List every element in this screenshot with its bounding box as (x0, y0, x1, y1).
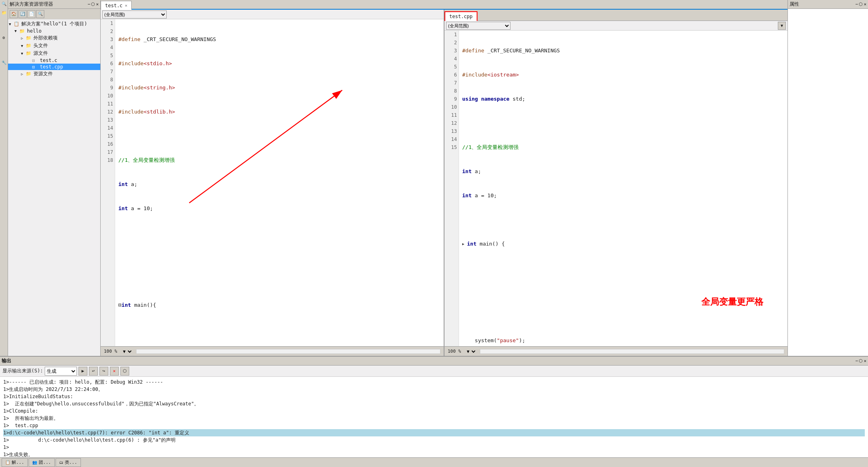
toolbar-btn-1[interactable]: 🏠 (10, 10, 18, 18)
folder-icon-res: 📁 (26, 71, 32, 76)
right-tab-bar: test.cpp (444, 10, 787, 21)
tab-testc[interactable]: test.c ✕ (101, 1, 132, 10)
code-line-3: #include<string.h> (118, 84, 440, 92)
bottom-section: 输出 − ⬡ ✕ 显示输出来源(S): 生成 ▶ ↩ ↪ ✕ ⬡ 1>-----… (0, 356, 868, 467)
output-pin-icon[interactable]: − (856, 358, 858, 364)
right-scrollbar-area[interactable] (480, 349, 784, 354)
project-icon: 📁 (19, 29, 26, 34)
output-content[interactable]: 1>------ 已启动生成: 项目: hello, 配置: Debug Win… (0, 377, 868, 457)
folder-icon-src: 📁 (26, 51, 32, 56)
code-line-2: #include<stdio.h> (118, 60, 440, 68)
right-unpin-icon[interactable]: ⬡ (859, 2, 863, 7)
left-line-numbers: 1 2 3 4 5 6 7 8 9 10 11 12 13 (101, 19, 115, 346)
right-panel: 属性 − ⬡ ✕ (787, 0, 868, 356)
r-code-line-13: system("pause"); (462, 337, 784, 345)
tree-item-sources[interactable]: ▼ 📁 源文件 (8, 50, 100, 57)
tree-item-testc[interactable]: ⊡ test.c (8, 57, 100, 64)
output-line-8: 1>d:\c-code\hello\hello\test.cpp(7): err… (3, 429, 865, 436)
bottom-tab-solution[interactable]: 📋 解... (2, 458, 28, 467)
r-code-line-4 (462, 119, 784, 127)
right-scope-select[interactable]: (全局范围) (446, 22, 510, 30)
pin-icon[interactable]: − (88, 2, 91, 7)
left-editor-pane: (全局范围) 1 2 3 4 5 6 7 8 9 (101, 10, 444, 356)
right-editor-footer: 100 % ▼ (444, 346, 787, 356)
tree-item-hello[interactable]: ▼ 📁 hello (8, 28, 100, 34)
output-unpin-icon[interactable]: ⬡ (859, 358, 863, 364)
right-dropdown-arrow[interactable]: ▼ (778, 22, 786, 30)
right-line-numbers: 1 2 3 4 5 6 7 8 9 10 11 12 13 (444, 31, 459, 346)
team-tab-label: 团... (39, 459, 51, 465)
right-panel-header: 属性 − ⬡ ✕ (788, 0, 868, 9)
tree-item-headers[interactable]: ▼ 📁 头文件 (8, 42, 100, 50)
right-editor-dropdown: (全局范围) ▼ (444, 21, 787, 31)
close-icon[interactable]: ✕ (96, 2, 99, 7)
expand-arrow-src: ▼ (21, 52, 26, 56)
left-icon-strip: 🔍 📁 ⚙ 🔧 (0, 0, 8, 356)
output-toolbar: 显示输出来源(S): 生成 ▶ ↩ ↪ ✕ ⬡ (0, 366, 868, 377)
code-line-9 (118, 229, 440, 237)
tree-item-resources[interactable]: ▷ 📁 资源文件 (8, 70, 100, 78)
icon-1[interactable]: 🔍 (1, 2, 7, 8)
toolbar-btn-3[interactable]: 📄 (27, 10, 35, 18)
hello-label: hello (27, 28, 41, 34)
output-btn-3[interactable]: ↪ (99, 367, 108, 376)
left-scrollbar-area[interactable] (136, 349, 440, 354)
icon-3[interactable]: ⚙ (1, 35, 7, 42)
pin-icon-2[interactable]: ⬡ (91, 2, 95, 7)
left-scope-select[interactable]: (全局范围) (102, 10, 167, 19)
icon-2[interactable]: 📁 (1, 10, 7, 17)
testc-tab-close[interactable]: ✕ (125, 3, 127, 8)
tab-testcpp[interactable]: test.cpp (444, 11, 477, 21)
toolbar-btn-2[interactable]: 🔄 (19, 10, 27, 18)
right-close-icon[interactable]: ✕ (864, 2, 866, 7)
output-btn-1[interactable]: ▶ (79, 367, 87, 376)
annotation-text: 全局变量更严格 (662, 290, 763, 314)
right-zoom-select[interactable]: ▼ (464, 348, 477, 355)
left-zoom: 100 % (104, 349, 117, 354)
solution-label: 解决方案"hello"(1 个项目) (21, 21, 87, 27)
tree-item-testcpp[interactable]: ⊡ test.cpp (8, 64, 100, 70)
left-code-content[interactable]: #define _CRT_SECURE_NO_WARNINGS #include… (115, 19, 444, 346)
output-title: 输出 (2, 357, 11, 364)
output-btn-4[interactable]: ✕ (110, 367, 119, 376)
output-btn-5[interactable]: ⬡ (120, 367, 129, 376)
code-line-5 (118, 132, 440, 140)
icon-4[interactable]: 🔧 (1, 60, 7, 67)
hdr-label: 头文件 (33, 42, 48, 49)
solution-toolbar: 🏠 🔄 📄 🔍 (8, 9, 100, 19)
code-line-7: int a; (118, 180, 440, 188)
bottom-tab-class[interactable]: 🗂 类... (56, 458, 81, 467)
code-line-8: int a = 10; (118, 205, 440, 213)
solution-tab-icon: 📋 (5, 460, 10, 465)
tree-item-external[interactable]: ▷ 📁 外部依赖项 (8, 34, 100, 42)
testcpp-tab-label: test.cpp (449, 14, 473, 19)
toolbar-btn-4[interactable]: 🔍 (36, 10, 44, 18)
code-line-12: ⊟int main(){ (118, 301, 440, 309)
file-icon-testcpp: ⊡ (32, 64, 39, 70)
output-line-1: 1>------ 已启动生成: 项目: hello, 配置: Debug Win… (3, 378, 865, 386)
output-source-label: 显示输出来源(S): (2, 368, 43, 374)
output-line-10: 1> (3, 444, 865, 451)
expand-arrow: ▼ (9, 22, 14, 26)
r-code-line-1: #define _CRT_SECURE_NO_WARNINGS (462, 47, 784, 55)
r-code-line-8 (462, 216, 784, 224)
output-line-9: 1> d:\c-code\hello\hello\test.cpp(6) : 参… (3, 436, 865, 444)
right-pin-icon[interactable]: − (856, 2, 858, 7)
left-zoom-select[interactable]: ▼ (120, 348, 133, 355)
output-line-4: 1> 正在创建"Debug\hello.unsuccessfulbuild"，因… (3, 400, 865, 407)
expand-arrow-hdr: ▼ (21, 44, 26, 48)
r-code-line-9: ▶int main() { (462, 240, 784, 248)
class-tab-label: 类... (65, 459, 77, 465)
right-code-area[interactable]: 1 2 3 4 5 6 7 8 9 10 11 12 13 (444, 31, 787, 346)
expand-arrow-ext: ▷ (21, 36, 26, 40)
output-btn-2[interactable]: ↩ (89, 367, 98, 376)
solution-panel-title: 解决方案资源管理器 (10, 1, 53, 8)
left-code-area[interactable]: 1 2 3 4 5 6 7 8 9 10 11 12 13 (101, 19, 444, 346)
tree-item-solution[interactable]: ▼ 📋 解决方案"hello"(1 个项目) (8, 20, 100, 28)
output-close-icon[interactable]: ✕ (864, 358, 866, 364)
output-source-select[interactable]: 生成 (45, 367, 77, 376)
team-tab-icon: 👥 (32, 460, 37, 465)
folder-icon-hdr: 📁 (26, 43, 32, 48)
bottom-tab-team[interactable]: 👥 团... (29, 458, 55, 467)
right-code-content[interactable]: #define _CRT_SECURE_NO_WARNINGS #include… (459, 31, 787, 346)
